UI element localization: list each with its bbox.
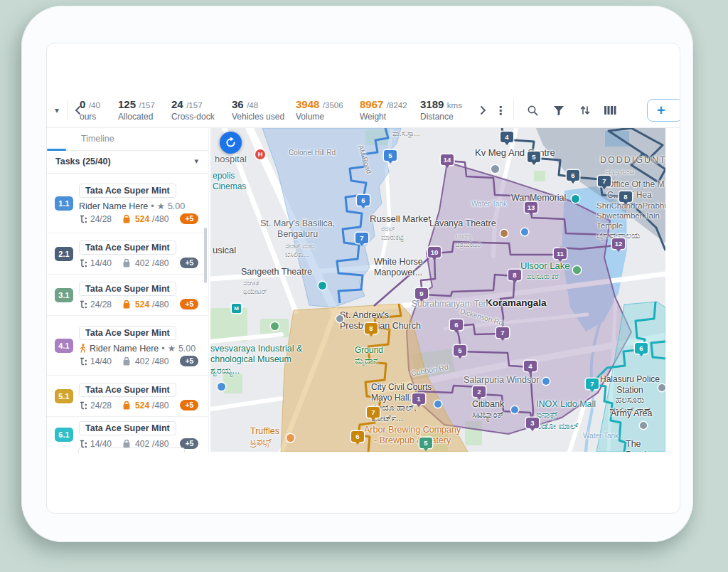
route-marker-orange[interactable]: 6 bbox=[351, 431, 364, 442]
poi-dot[interactable] bbox=[573, 266, 581, 274]
task-card[interactable]: 6.1 Tata Ace Super Mint 14/40 402/480 +5 bbox=[47, 417, 208, 452]
poi-dot[interactable] bbox=[218, 383, 225, 391]
card-stats-row: 14/40 402/480 +5 bbox=[79, 258, 198, 268]
route-badge[interactable]: 3.1 bbox=[55, 288, 73, 302]
vehicle-chip[interactable]: Tata Ace Super Mint bbox=[79, 326, 176, 340]
bag-icon bbox=[122, 401, 132, 411]
sidebar: Timeline Tasks (25/40) ▾ 1.1 Tata Ace Su… bbox=[47, 128, 209, 452]
route-marker-purple[interactable]: 12 bbox=[612, 238, 625, 249]
map-label: ಸೇಂಟ್ ಮೇರಿ ಬೆಸಿಲಿಕಾ... bbox=[285, 242, 314, 258]
poi-dot[interactable] bbox=[542, 378, 550, 385]
map-label: Truffles ಟ್ರಫಲ್ಸ್ bbox=[250, 426, 279, 448]
add-button[interactable]: + bbox=[647, 99, 680, 122]
tasks-icon bbox=[79, 357, 87, 366]
map-canvas[interactable]: hospitalepolis CinemasusicalColonel Hill… bbox=[210, 128, 665, 452]
route-marker-orange[interactable]: 8 bbox=[365, 323, 378, 334]
route-marker-purple[interactable]: 8 bbox=[508, 270, 521, 280]
route-badge[interactable]: 5.1 bbox=[55, 389, 73, 403]
tasks-header-row[interactable]: Tasks (25/40) ▾ bbox=[47, 151, 208, 174]
chevron-right-icon[interactable] bbox=[474, 102, 491, 119]
route-badge[interactable]: 2.1 bbox=[55, 247, 73, 261]
tasks-icon bbox=[79, 300, 87, 309]
poi-dot[interactable] bbox=[572, 195, 579, 203]
weight-total: /480 bbox=[152, 258, 168, 268]
divider bbox=[67, 100, 68, 120]
route-marker-purple[interactable]: 11 bbox=[554, 248, 567, 259]
vehicle-chip[interactable]: Tata Ace Super Mint bbox=[79, 240, 176, 255]
route-marker-green[interactable]: 5 bbox=[419, 438, 432, 448]
more-menu-icon[interactable]: ⋮ bbox=[492, 102, 509, 119]
route-marker-purple[interactable]: 13 bbox=[525, 202, 537, 213]
route-marker-purple[interactable]: 14 bbox=[441, 154, 454, 165]
vehicle-chip[interactable]: Tata Ace Super Mint bbox=[79, 421, 176, 435]
poi-dot[interactable] bbox=[640, 422, 647, 429]
poi-dot[interactable] bbox=[658, 384, 665, 391]
task-card[interactable]: 4.1 Tata Ace Super Mint Rider Name Here … bbox=[47, 316, 208, 376]
columns-icon[interactable] bbox=[601, 102, 619, 119]
metric-crossdock: 24 /157 Cross-dock bbox=[171, 98, 215, 122]
filter-icon[interactable] bbox=[550, 102, 567, 119]
poi-dot[interactable] bbox=[511, 406, 518, 413]
task-card[interactable]: 5.1 Tata Ace Super Mint 24/28 524/480 +5 bbox=[47, 376, 208, 417]
route-marker-purple[interactable]: 9 bbox=[415, 288, 428, 299]
route-marker-blue[interactable]: 6 bbox=[357, 195, 370, 206]
route-marker-purple[interactable]: 6 bbox=[450, 319, 463, 330]
bag-icon bbox=[122, 214, 132, 224]
route-marker-purple[interactable]: 1 bbox=[412, 393, 425, 404]
tasks-icon bbox=[79, 401, 87, 410]
route-marker-navy[interactable]: 8 bbox=[619, 191, 632, 202]
route-marker-navy[interactable]: 5 bbox=[528, 152, 540, 162]
task-card[interactable]: 3.1 Tata Ace Super Mint 24/28 524/480 +5 bbox=[47, 275, 208, 316]
poi-dot[interactable] bbox=[434, 401, 441, 408]
card-stats-row: 14/40 402/480 +5 bbox=[79, 356, 198, 366]
task-card[interactable]: 2.1 Tata Ace Super Mint 14/40 402/480 +5 bbox=[47, 233, 208, 275]
hospital-marker[interactable]: H bbox=[255, 149, 265, 159]
route-marker-purple[interactable]: 7 bbox=[496, 327, 509, 338]
poi-dot[interactable] bbox=[271, 322, 279, 330]
extra-badge[interactable]: +5 bbox=[180, 299, 198, 309]
route-marker-navy[interactable]: 7 bbox=[598, 176, 611, 186]
map-label: Water Tank bbox=[583, 432, 619, 440]
poi-dot[interactable] bbox=[521, 228, 528, 235]
route-badge[interactable]: 6.1 bbox=[55, 428, 73, 442]
route-marker-purple[interactable]: 4 bbox=[524, 361, 537, 371]
vehicle-chip[interactable]: Tata Ace Super Mint bbox=[79, 383, 176, 397]
route-marker-navy[interactable]: 4 bbox=[500, 132, 513, 142]
poi-dot[interactable] bbox=[336, 315, 343, 322]
route-marker-teal[interactable]: 6 bbox=[635, 343, 648, 354]
route-marker-navy[interactable]: 6 bbox=[567, 170, 579, 181]
vehicle-chip[interactable]: Tata Ace Super Mint bbox=[79, 184, 176, 198]
poi-dot[interactable] bbox=[318, 282, 326, 290]
map-label: INOX Lido Mall ಐನಾಕ್ಸ್ ಲಿಡೋ ಮಾಲ್ bbox=[536, 399, 596, 432]
metro-marker[interactable]: M bbox=[232, 304, 241, 313]
poi-dot[interactable] bbox=[491, 165, 499, 173]
card-stats-row: 24/28 524/480 +5 bbox=[79, 400, 198, 411]
sort-icon[interactable] bbox=[577, 102, 594, 119]
refresh-button[interactable] bbox=[220, 132, 242, 154]
route-badge[interactable]: 1.1 bbox=[55, 196, 73, 211]
weight-value: 524 bbox=[135, 401, 149, 411]
extra-badge[interactable]: +5 bbox=[180, 356, 198, 366]
search-icon[interactable] bbox=[524, 102, 541, 119]
task-card[interactable]: 1.1 Tata Ace Super Mint Rider Name Here … bbox=[47, 174, 208, 233]
tasks-caret-icon[interactable]: ▾ bbox=[194, 157, 198, 166]
sidebar-scrollbar[interactable] bbox=[204, 228, 207, 283]
extra-badge[interactable]: +5 bbox=[180, 258, 198, 268]
route-marker-purple[interactable]: 3 bbox=[526, 418, 539, 428]
weight-total: /480 bbox=[152, 300, 168, 309]
route-marker-orange[interactable]: 7 bbox=[367, 407, 380, 418]
poi-dot[interactable] bbox=[500, 230, 508, 237]
tab-timeline[interactable]: Timeline bbox=[81, 134, 114, 144]
route-marker-purple[interactable]: 2 bbox=[473, 386, 486, 397]
route-marker-purple[interactable]: 10 bbox=[428, 247, 441, 258]
extra-badge[interactable]: +5 bbox=[180, 400, 198, 411]
route-marker-blue[interactable]: 5 bbox=[384, 150, 397, 161]
poi-dot[interactable] bbox=[287, 434, 294, 442]
toolbar-dropdown-caret-icon[interactable]: ▾ bbox=[48, 102, 65, 119]
route-badge[interactable]: 4.1 bbox=[55, 339, 73, 353]
extra-badge[interactable]: +5 bbox=[180, 213, 198, 224]
vehicle-chip[interactable]: Tata Ace Super Mint bbox=[79, 282, 176, 296]
route-marker-teal[interactable]: 7 bbox=[586, 378, 599, 389]
route-marker-purple[interactable]: 5 bbox=[454, 345, 466, 356]
route-marker-blue[interactable]: 7 bbox=[355, 233, 368, 243]
